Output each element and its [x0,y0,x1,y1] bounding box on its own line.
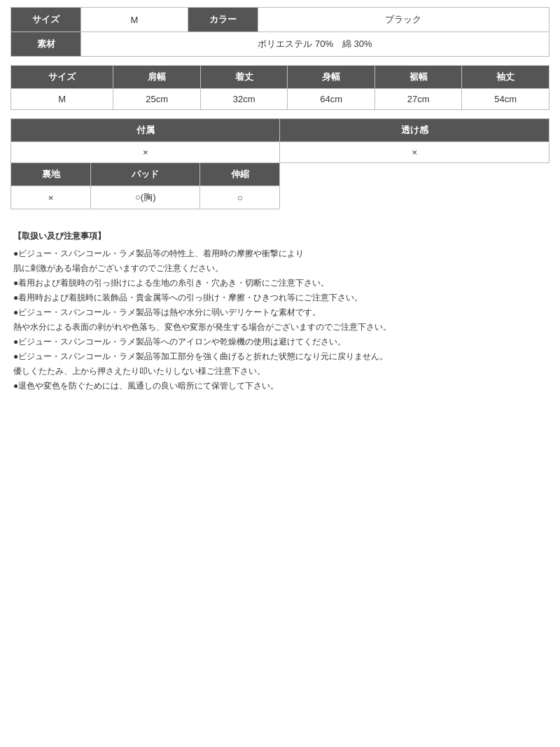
material-value: ポリエステル 70% 綿 30% [81,32,550,57]
color-value: ブラック [258,8,549,32]
attr-value: ○(胸) [91,186,200,209]
size-cell: 64cm [288,89,375,110]
note-line: 肌に刺激がある場合がございますのでご注意ください。 [13,261,547,276]
note-line: ●着用および着脱時の引っ掛けによる生地の糸引き・穴あき・切断にご注意下さい。 [13,276,547,291]
note-line: ●ビジュー・スパンコール・ラメ製品等は熱や水分に弱いデリケートな素材です。 [13,305,547,320]
attributes-table: 付属透け感××裏地パッド伸縮×○(胸)○ [10,118,550,209]
size-measurements-table: サイズ肩幅着丈身幅裾幅袖丈 M25cm32cm64cm27cm54cm [10,65,550,110]
note-line: ●着用時および着脱時に装飾品・貴金属等への引っ掛け・摩擦・ひきつれ等にご注意下さ… [13,291,547,305]
notes-title: 【取扱い及び注意事項】 [13,229,547,244]
attr-value: × [280,142,550,163]
attr-header: 付属 [11,119,280,142]
note-line: 熱や水分による表面の剥がれや色落ち、変色や変形が発生する場合がございますのでご注… [13,320,547,335]
attr-header: パッド [91,163,200,186]
size-data-row: M25cm32cm64cm27cm54cm [11,89,550,110]
attr-value: × [11,142,280,163]
attr-header: 伸縮 [200,163,280,186]
size-label: サイズ [11,8,81,32]
size-value: M [81,8,188,32]
note-line: ●退色や変色を防ぐためには、風通しの良い暗所にて保管して下さい。 [13,379,547,393]
color-label: カラー [188,8,258,32]
size-column-header: 裾幅 [374,66,462,89]
notes-lines: ●ビジュー・スパンコール・ラメ製品等の特性上、着用時の摩擦や衝撃により肌に刺激が… [13,246,547,393]
size-cell: 27cm [374,89,462,110]
size-column-header: 身幅 [288,66,375,89]
size-column-header: 袖丈 [462,66,550,89]
note-line: ●ビジュー・スパンコール・ラメ製品等へのアイロンや乾燥機の使用は避けてください。 [13,335,547,349]
attr-value: × [11,186,91,209]
attr-value: ○ [200,186,280,209]
size-column-header: サイズ [11,66,113,89]
attr-header: 透け感 [280,119,550,142]
top-info-table: サイズ M カラー ブラック 素材 ポリエステル 70% 綿 30% [10,7,550,57]
material-label: 素材 [11,32,81,57]
note-line: ●ビジュー・スパンコール・ラメ製品等加工部分を強く曲げると折れた状態になり元に戻… [13,349,547,364]
size-cell: 25cm [113,89,201,110]
size-column-header: 着丈 [200,66,288,89]
size-column-header: 肩幅 [113,66,201,89]
note-line: ●ビジュー・スパンコール・ラメ製品等の特性上、着用時の摩擦や衝撃により [13,246,547,261]
notes-section: 【取扱い及び注意事項】 ●ビジュー・スパンコール・ラメ製品等の特性上、着用時の摩… [10,223,550,399]
attr-header: 裏地 [11,163,91,186]
size-cell: 54cm [462,89,550,110]
size-cell: 32cm [200,89,288,110]
size-cell: M [11,89,113,110]
note-line: 優しくたたみ、上から押さえたり叩いたりしない様ご注意下さい。 [13,364,547,379]
